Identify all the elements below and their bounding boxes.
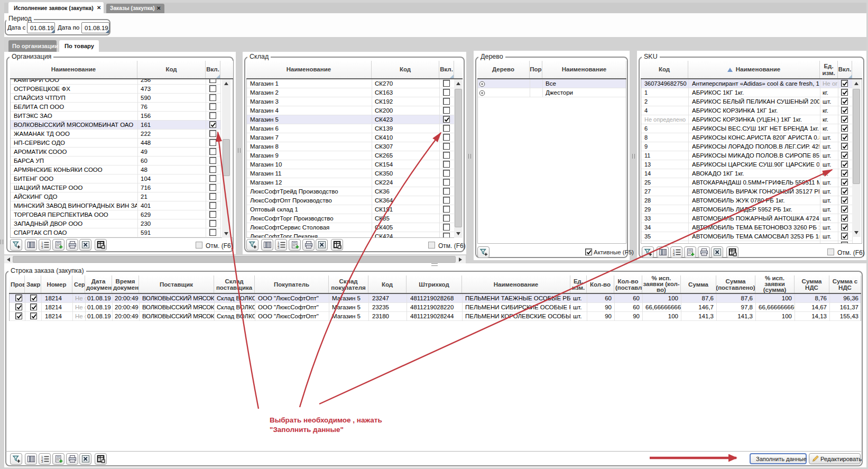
svg-text:3: 3 <box>41 246 43 249</box>
svg-text:3: 3 <box>278 246 280 249</box>
svg-text:3: 3 <box>673 253 675 256</box>
svg-text:3: 3 <box>41 460 43 463</box>
